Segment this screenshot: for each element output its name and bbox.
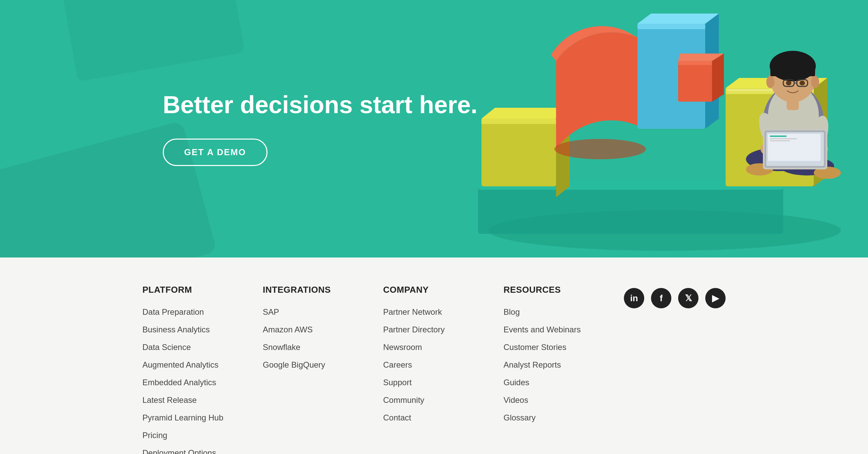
footer-link-videos[interactable]: Videos (504, 395, 624, 405)
footer-link-amazon-aws[interactable]: Amazon AWS (263, 325, 383, 334)
svg-point-48 (811, 76, 819, 88)
footer-heading-company: COMPANY (383, 285, 504, 295)
footer-col-resources: RESOURCESBlogEvents and WebinarsCustomer… (504, 285, 624, 431)
footer-link-deployment-options[interactable]: Deployment Options (142, 448, 263, 454)
footer-col-platform: PLATFORMData PreparationBusiness Analyti… (142, 285, 263, 454)
footer-link-latest-release[interactable]: Latest Release (142, 395, 263, 405)
footer-link-glossary[interactable]: Glossary (504, 413, 624, 422)
footer-link-sap[interactable]: SAP (263, 307, 383, 317)
svg-marker-15 (637, 14, 719, 24)
footer-link-augmented-analytics[interactable]: Augmented Analytics (142, 360, 263, 370)
social-icon-facebook[interactable]: f (651, 288, 671, 308)
footer-link-business-analytics[interactable]: Business Analytics (142, 325, 263, 334)
footer-link-analyst-reports[interactable]: Analyst Reports (504, 360, 624, 370)
footer-link-data-preparation[interactable]: Data Preparation (142, 307, 263, 317)
footer-col-company: COMPANYPartner NetworkPartner DirectoryN… (383, 285, 504, 431)
footer-heading-integrations: INTEGRATIONS (263, 285, 383, 295)
footer-heading-resources: RESOURCES (504, 285, 624, 295)
footer-link-data-science[interactable]: Data Science (142, 343, 263, 352)
svg-rect-13 (637, 24, 705, 29)
footer-social-icons: inf𝕏▶ (624, 285, 726, 308)
footer-link-partner-network[interactable]: Partner Network (383, 307, 504, 317)
footer-link-snowflake[interactable]: Snowflake (263, 343, 383, 352)
footer-section: PLATFORMData PreparationBusiness Analyti… (0, 257, 868, 454)
footer-link-events-and-webinars[interactable]: Events and Webinars (504, 325, 624, 334)
footer-link-contact[interactable]: Contact (383, 413, 504, 422)
svg-rect-17 (678, 61, 712, 65)
svg-rect-41 (770, 66, 815, 76)
hero-section: Better decisions start here. GET A DEMO (0, 0, 868, 257)
footer-link-newsroom[interactable]: Newsroom (383, 343, 504, 352)
footer-link-customer-stories[interactable]: Customer Stories (504, 343, 624, 352)
footer-link-google-bigquery[interactable]: Google BigQuery (263, 360, 383, 370)
svg-point-45 (786, 81, 791, 85)
social-icon-twitter-x[interactable]: 𝕏 (678, 288, 698, 308)
get-demo-button[interactable]: GET A DEMO (163, 139, 268, 166)
footer-link-pricing[interactable]: Pricing (142, 431, 263, 440)
footer-link-embedded-analytics[interactable]: Embedded Analytics (142, 378, 263, 387)
footer-link-partner-directory[interactable]: Partner Directory (383, 325, 504, 334)
footer-link-careers[interactable]: Careers (383, 360, 504, 370)
social-icon-linkedin[interactable]: in (624, 288, 644, 308)
footer-link-community[interactable]: Community (383, 395, 504, 405)
hero-content: Better decisions start here. GET A DEMO (0, 91, 868, 166)
svg-point-47 (766, 76, 774, 88)
footer-link-pyramid-learning-hub[interactable]: Pyramid Learning Hub (142, 413, 263, 422)
svg-point-46 (800, 81, 805, 85)
footer-col-integrations: INTEGRATIONSSAPAmazon AWSSnowflakeGoogle… (263, 285, 383, 378)
footer-heading-platform: PLATFORM (142, 285, 263, 295)
footer-link-support[interactable]: Support (383, 378, 504, 387)
footer-link-blog[interactable]: Blog (504, 307, 624, 317)
footer-inner: PLATFORMData PreparationBusiness Analyti… (61, 285, 807, 454)
footer-link-guides[interactable]: Guides (504, 378, 624, 387)
social-icon-youtube[interactable]: ▶ (705, 288, 726, 308)
hero-title: Better decisions start here. (163, 91, 868, 118)
